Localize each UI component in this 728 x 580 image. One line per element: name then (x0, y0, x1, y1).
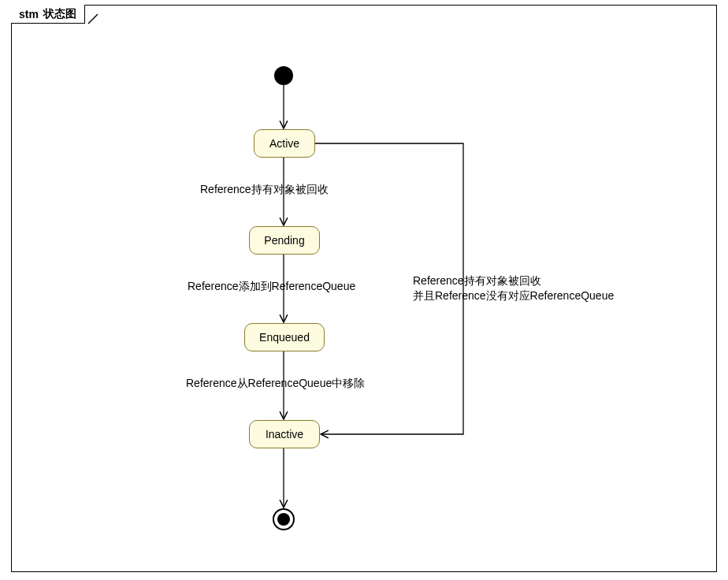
state-inactive-label: Inactive (266, 428, 303, 441)
state-active: Active (254, 129, 315, 158)
label-pending-enqueued: Reference添加到ReferenceQueue (188, 279, 355, 294)
state-enqueued-label: Enqueued (259, 331, 310, 344)
frame-prefix: stm (19, 8, 39, 20)
state-active-label: Active (269, 137, 299, 150)
state-inactive: Inactive (249, 420, 320, 448)
final-state (273, 508, 295, 530)
diagram-canvas: stm 状态图 Active Pending Enqueued Inactive… (0, 0, 728, 580)
final-state-inner (277, 513, 290, 526)
label-active-inactive-line2: 并且Reference没有对应ReferenceQueue (413, 289, 614, 302)
frame-title: stm 状态图 (11, 5, 85, 24)
frame-name: 状态图 (43, 7, 76, 21)
label-active-inactive-line1: Reference持有对象被回收 (413, 274, 541, 287)
state-enqueued: Enqueued (244, 323, 325, 351)
state-pending: Pending (249, 226, 320, 255)
label-enqueued-inactive: Reference从ReferenceQueue中移除 (186, 376, 365, 391)
state-pending-label: Pending (264, 234, 304, 247)
label-active-pending: Reference持有对象被回收 (200, 182, 329, 197)
initial-state (274, 66, 293, 85)
label-active-inactive: Reference持有对象被回收 并且Reference没有对应Referenc… (413, 273, 614, 303)
